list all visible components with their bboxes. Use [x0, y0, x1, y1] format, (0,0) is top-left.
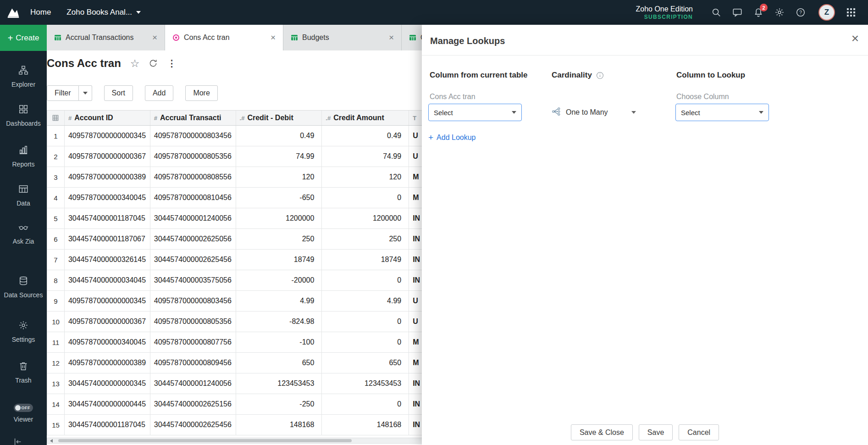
- table-row[interactable]: 1530445740000011870453044574000002625456…: [47, 415, 482, 435]
- scroll-left-icon[interactable]: [50, 439, 53, 443]
- zoho-analytics-logo[interactable]: [6, 6, 20, 19]
- notification-badge: 2: [760, 4, 768, 11]
- sidebar-item-data-sources[interactable]: Data Sources: [0, 276, 47, 299]
- close-icon[interactable]: ×: [151, 33, 158, 43]
- refresh-icon[interactable]: [149, 59, 158, 68]
- sidebar-item-trash[interactable]: Trash: [0, 361, 47, 384]
- sidebar-item-ask-zia[interactable]: Ask Zia: [0, 222, 47, 245]
- save-button[interactable]: Save: [639, 424, 673, 440]
- column-header-accrual-transacti[interactable]: #Accrual Transacti: [150, 111, 236, 125]
- current-table-label: Cons Acc tran: [430, 93, 475, 101]
- cardinality-select[interactable]: One to Many: [552, 104, 636, 121]
- tab-accrual-transactions[interactable]: Accrual Transactions×: [47, 25, 165, 50]
- table-row[interactable]: 830445740000000340453044574000003575056-…: [47, 270, 482, 291]
- horizontal-scrollbar[interactable]: [47, 438, 459, 444]
- lookup-column-select[interactable]: Select: [675, 104, 769, 121]
- more-button[interactable]: More: [185, 85, 217, 101]
- row-number: 8: [47, 270, 65, 290]
- table-row[interactable]: 7304457400000032614530445740000026254561…: [47, 250, 482, 270]
- table-row[interactable]: 1430445740000000004453044574000002625156…: [47, 394, 482, 415]
- sidebar-item-label: Viewer: [11, 415, 36, 423]
- subscription-link[interactable]: SUBSCRIPTION: [636, 14, 693, 20]
- cell-credit-debit: -250: [236, 394, 322, 414]
- edition-info: Zoho One Edition SUBSCRIPTION: [636, 5, 693, 20]
- add-lookup-link[interactable]: + Add Lookup: [428, 133, 476, 142]
- home-link[interactable]: Home: [30, 8, 51, 17]
- close-icon[interactable]: ×: [270, 33, 276, 43]
- table-row[interactable]: 6304457400000118706730445740000026250562…: [47, 229, 482, 250]
- tab-label: Cons Acc tran: [184, 33, 265, 42]
- table-row[interactable]: 5304457400000118704530445740000012400561…: [47, 208, 482, 229]
- sidebar-item-reports[interactable]: Reports: [0, 145, 47, 168]
- close-icon[interactable]: ×: [851, 32, 859, 45]
- more-options-kebab-icon[interactable]: ⋮: [167, 58, 176, 69]
- column-header-account-id[interactable]: #Account ID: [65, 111, 150, 125]
- table-row[interactable]: 1330445740000000003453044574000001240056…: [47, 373, 482, 394]
- add-lookup-label: Add Lookup: [437, 134, 475, 142]
- sidebar-item-viewer[interactable]: OFFViewer: [0, 404, 47, 423]
- row-number: 15: [47, 415, 65, 435]
- table-row[interactable]: 1409578700000000034540957870000008034560…: [47, 126, 482, 146]
- sidebar-item-label: Reports: [9, 160, 37, 168]
- sidebar-item-data[interactable]: Data: [0, 184, 47, 207]
- settings-gear-icon[interactable]: [774, 7, 785, 17]
- feedback-chat-icon[interactable]: [732, 7, 742, 17]
- cell-credit-debit: -100: [236, 332, 322, 352]
- cell-account-id: 3044574000000000445: [65, 394, 150, 414]
- column-header-credit-amount[interactable]: .#Credit Amount: [322, 111, 409, 125]
- cancel-button[interactable]: Cancel: [679, 424, 719, 440]
- modal-footer: Save & Close Save Cancel: [422, 424, 868, 440]
- table-row[interactable]: 3409578700000000038940957870000008085561…: [47, 167, 482, 188]
- table-row[interactable]: 2409578700000000036740957870000008053567…: [47, 146, 482, 167]
- help-icon[interactable]: ?: [796, 7, 806, 17]
- cardinality-header: Cardinality: [552, 71, 604, 80]
- caret-down-icon: [83, 92, 88, 95]
- tab-cons-acc-tran[interactable]: Cons Acc tran×: [165, 25, 283, 50]
- sort-button[interactable]: Sort: [104, 85, 133, 101]
- table-row[interactable]: 9409578700000000034540957870000008034564…: [47, 291, 482, 312]
- cell-credit-debit: -824.98: [236, 312, 322, 332]
- column-from-current-table-header: Column from current table: [430, 71, 527, 80]
- filter-dropdown-button[interactable]: [79, 85, 92, 101]
- notifications-bell-icon[interactable]: 2: [753, 7, 763, 17]
- column-type-icon: .#: [326, 115, 331, 122]
- filter-button[interactable]: Filter: [47, 85, 79, 101]
- collapse-sidebar-icon[interactable]: [13, 437, 23, 445]
- avatar[interactable]: Z: [818, 4, 835, 21]
- cell-credit-amount: 74.99: [322, 146, 409, 167]
- cell-credit-amount: 148168: [322, 415, 409, 435]
- search-icon[interactable]: [711, 7, 721, 17]
- info-icon[interactable]: [596, 72, 604, 79]
- sidebar-item-label: Settings: [9, 335, 38, 344]
- sidebar-item-dashboards[interactable]: Dashboards: [0, 104, 47, 128]
- tab-budgets[interactable]: Budgets×: [283, 25, 402, 50]
- table-row[interactable]: 1040957870000000003674095787000000805356…: [47, 312, 482, 332]
- favorite-star-icon[interactable]: ☆: [130, 57, 140, 70]
- save-and-close-button[interactable]: Save & Close: [571, 424, 633, 440]
- cell-credit-amount: 0: [322, 312, 409, 332]
- column-header-credit-debit[interactable]: .#Credit - Debit: [236, 111, 322, 125]
- svg-text:?: ?: [799, 10, 802, 15]
- table-row[interactable]: 1140957870000003400454095787000000807756…: [47, 332, 482, 353]
- trash-icon: [18, 361, 28, 373]
- sidebar-item-settings[interactable]: Settings: [0, 320, 47, 344]
- filter-split-button: Filter: [47, 85, 92, 101]
- select-all-grid-icon[interactable]: [47, 111, 65, 125]
- sidebar-item-explorer[interactable]: Explorer: [0, 65, 47, 89]
- cell-accrual-transaction: 4095787000000805356: [150, 312, 236, 332]
- apps-grid-icon[interactable]: [846, 7, 856, 17]
- close-icon[interactable]: ×: [388, 33, 395, 43]
- viewer-toggle[interactable]: OFF: [14, 404, 33, 412]
- row-number: 3: [47, 167, 65, 187]
- add-button[interactable]: Add: [145, 85, 173, 101]
- table-row[interactable]: 1240957870000000003894095787000000809456…: [47, 353, 482, 373]
- current-column-select[interactable]: Select: [428, 104, 522, 121]
- cell-credit-debit: 18749: [236, 250, 322, 270]
- table-row[interactable]: 440957870000003400454095787000000810456-…: [47, 188, 482, 208]
- column-type-icon: .#: [240, 115, 245, 122]
- tab-label: Accrual Transactions: [66, 33, 147, 42]
- cardinality-header-label: Cardinality: [552, 71, 592, 80]
- workspace-switcher[interactable]: Zoho Books Anal...: [66, 8, 141, 17]
- scroll-thumb[interactable]: [58, 439, 352, 442]
- divider: [422, 55, 868, 56]
